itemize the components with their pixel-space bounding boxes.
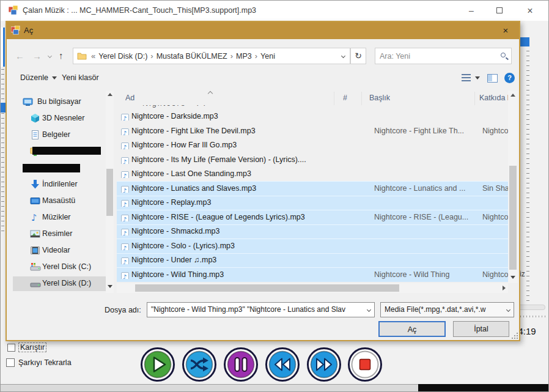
file-row[interactable]: ♪Nightcore - RISE - (League of Legends L…: [117, 210, 518, 224]
sidebar-item-resimler[interactable]: Resimler: [13, 227, 109, 242]
new-folder-button[interactable]: Yeni klasör: [62, 73, 99, 82]
breadcrumb-chevron-icon[interactable]: [341, 54, 345, 58]
refresh-button[interactable]: ↻: [350, 48, 366, 64]
sidebar: Bu bilgisayar3D NesnelerBelgelerİndirile…: [13, 91, 105, 294]
fast-forward-button[interactable]: [307, 347, 341, 382]
sidebar-item-m-zikler[interactable]: ♪Müzikler: [13, 210, 109, 225]
left-slider-handle[interactable]: [1, 103, 6, 113]
sidebar-item-label: Yerel Disk (C:): [42, 262, 91, 271]
file-row[interactable]: ♪Nightcore - Wild Thing.mp3Nightcore - W…: [117, 267, 518, 282]
scroll-up-icon[interactable]: [108, 93, 112, 96]
file-type-combobox[interactable]: Media File(*.mpg,*.dat,*.avi,*.w: [380, 302, 514, 317]
sidebar-item-masa-st-[interactable]: Masaüstü: [13, 194, 109, 209]
music-file-icon: ♪: [121, 243, 129, 250]
sidebar-item-belgeler[interactable]: Belgeler: [13, 128, 109, 142]
repeat-checkbox-label[interactable]: Şarkıyı Tekrarla: [18, 358, 72, 367]
column-header-title[interactable]: Başlık: [369, 94, 390, 102]
search-box[interactable]: [375, 48, 512, 64]
file-row[interactable]: ♪Nightcore - Darkside.mp3: [117, 109, 518, 124]
list-vscrollbar-thumb[interactable]: [509, 166, 517, 270]
breadcrumb-segment[interactable]: Yeni: [259, 52, 277, 61]
file-name-dropdown-icon[interactable]: [367, 308, 371, 312]
search-input[interactable]: [380, 49, 490, 63]
breadcrumb-separator: ›: [229, 51, 234, 61]
forward-icon[interactable]: →: [32, 51, 42, 61]
sidebar-item-yerel-disk-c-[interactable]: Yerel Disk (C:): [13, 260, 109, 275]
list-scroll-down-icon[interactable]: [510, 276, 515, 279]
scroll-down-icon[interactable]: [108, 285, 112, 288]
file-row[interactable]: ♪Nightcore - Replay.mp3: [117, 196, 518, 210]
cancel-button[interactable]: İptal: [453, 321, 509, 337]
sidebar-item-videolar[interactable]: Videolar: [13, 243, 109, 258]
search-icon[interactable]: [501, 53, 506, 57]
column-header-name[interactable]: Ad: [125, 94, 134, 102]
sidebar-scrollbar-thumb[interactable]: [106, 169, 113, 216]
play-button[interactable]: [141, 347, 175, 382]
seek-slider-track[interactable]: [516, 305, 545, 310]
maximize-button[interactable]: [487, 1, 512, 21]
file-type-dropdown-icon[interactable]: [506, 308, 510, 312]
svg-text:♪: ♪: [123, 245, 127, 250]
file-row[interactable]: ♪Nightcore - How Far Ill Go.mp3: [117, 138, 518, 153]
history-chevron-icon[interactable]: [48, 54, 52, 58]
shuffle-checkbox[interactable]: [7, 344, 15, 352]
background-label-fragment: iz: [520, 270, 525, 278]
sidebar-item-label: Yerel Disk (D:): [42, 279, 91, 287]
view-mode-dropdown-icon[interactable]: [475, 76, 480, 80]
file-row[interactable]: ♪Nightcore - Fight Like The Devil.mp3Nig…: [117, 124, 518, 138]
shuffle-button[interactable]: [182, 347, 216, 382]
repeat-checkbox[interactable]: [6, 358, 15, 367]
preview-pane-icon[interactable]: [487, 74, 498, 83]
file-row[interactable]: ♪Nightcore - Shmackd.mp3: [117, 224, 518, 239]
column-header-number[interactable]: #: [343, 94, 347, 102]
list-vertical-scrollbar[interactable]: [508, 91, 518, 283]
dialog-titlebar[interactable]: Aç ×: [7, 22, 519, 39]
shuffle-checkbox-label[interactable]: Karıştır: [18, 342, 46, 352]
file-row[interactable]: ♪Nightcore - Lunatics and Slaves.mp3Nigh…: [117, 181, 518, 196]
organize-menu[interactable]: Düzenle: [20, 73, 57, 82]
file-row[interactable]: ♪Nightcore - Its My Life (Female Version…: [117, 152, 518, 167]
resize-grip[interactable]: [512, 333, 518, 339]
sidebar-item-bu-bilgisayar[interactable]: Bu bilgisayar: [13, 95, 109, 109]
file-row[interactable]: ♪Nightcore - Under ♫.mp3: [117, 253, 518, 268]
redaction-bar: [23, 164, 80, 172]
minimize-button[interactable]: –: [459, 1, 484, 21]
list-scroll-up-icon[interactable]: [510, 94, 515, 97]
file-row[interactable]: ♪Nightcore - Last One Standing.mp3: [117, 167, 518, 182]
svg-text:♪: ♪: [123, 259, 127, 264]
sidebar-item-redacted[interactable]: [13, 144, 109, 159]
music-file-icon: ♪: [121, 215, 129, 221]
sidebar-item-3d-nesneler[interactable]: 3D Nesneler: [13, 111, 109, 126]
pause-button[interactable]: [224, 347, 258, 382]
sidebar-item-yerel-disk-d-[interactable]: Yerel Disk (D:): [13, 276, 109, 291]
music-file-icon: ♪: [121, 257, 129, 264]
seek-slider-ticks: [517, 316, 545, 317]
up-icon[interactable]: ↑: [59, 50, 64, 61]
breadcrumb-segment[interactable]: MP3: [234, 52, 254, 61]
breadcrumb[interactable]: « Yerel Disk (D:)›Mustafa BÜKÜLMEZ›MP3›Y…: [73, 48, 350, 64]
file-name-combobox[interactable]: "Nightcore - Wild Thing.mp3" "Nightcore …: [147, 302, 375, 317]
list-hscrollbar-thumb[interactable]: [135, 284, 399, 292]
list-scroll-right-icon[interactable]: [503, 286, 506, 290]
organize-dropdown-icon: [52, 76, 57, 80]
sidebar-item-i-ndirilenler[interactable]: İndirilenler: [13, 177, 109, 192]
sidebar-scrollbar[interactable]: [106, 91, 114, 293]
open-button[interactable]: Aç: [378, 321, 446, 337]
close-button[interactable]: ×: [518, 1, 542, 21]
app-icon: [9, 6, 18, 15]
list-horizontal-scrollbar[interactable]: [117, 283, 508, 293]
breadcrumb-segment[interactable]: Yerel Disk (D:): [97, 52, 149, 61]
stop-button[interactable]: [348, 347, 382, 382]
music-file-icon: ♪: [121, 272, 129, 279]
breadcrumb-segment[interactable]: Mustafa BÜKÜLMEZ: [155, 52, 229, 61]
sidebar-item-redacted[interactable]: [13, 161, 109, 176]
music-note-icon: ♪: [30, 212, 40, 223]
file-row[interactable]: ♪Nightcore - Solo - (Lyrics).mp3: [117, 239, 518, 253]
fast-forward-icon: [309, 350, 339, 379]
rewind-button[interactable]: [265, 347, 300, 382]
dialog-close-button[interactable]: ×: [497, 22, 514, 39]
volume-slider-handle[interactable]: [519, 37, 529, 46]
back-icon[interactable]: ←: [15, 51, 24, 61]
help-icon[interactable]: ?: [504, 73, 515, 83]
view-mode-icon[interactable]: [462, 74, 471, 82]
